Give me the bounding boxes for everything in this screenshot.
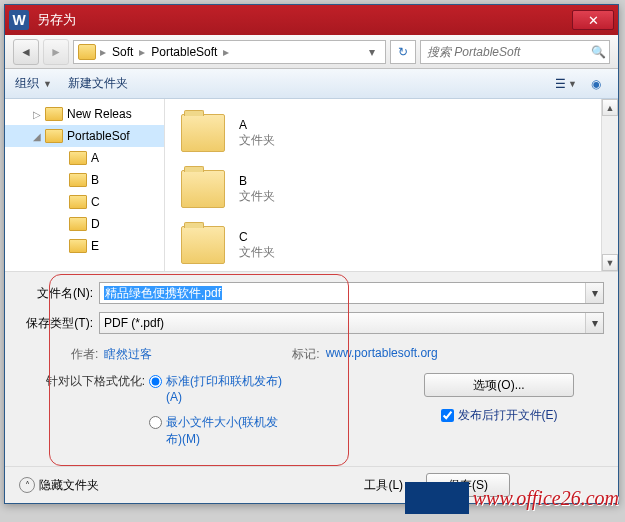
tree-label: D (91, 217, 100, 231)
open-after-checkbox[interactable]: 发布后打开文件(E) (441, 407, 558, 424)
radio-standard-label: 标准(打印和联机发布)(A) (166, 373, 289, 404)
radio-minimum[interactable]: 最小文件大小(联机发布)(M) (149, 414, 289, 448)
navigation-bar: ◄ ► ▸ Soft ▸ PortableSoft ▸ ▾ ↻ 🔍 (5, 35, 618, 69)
tree-label: PortableSof (67, 129, 130, 143)
folder-type: 文件夹 (239, 244, 275, 261)
chevron-right-icon[interactable]: ▸ (135, 45, 149, 59)
folder-icon (69, 151, 87, 165)
dialog-footer: ˄ 隐藏文件夹 工具(L) ▼ 保存(S) 取消 (5, 466, 618, 503)
radio-minimum-input[interactable] (149, 416, 162, 429)
tree-label: C (91, 195, 100, 209)
new-folder-button[interactable]: 新建文件夹 (68, 75, 128, 92)
tree-label: E (91, 239, 99, 253)
chevron-up-icon: ˄ (19, 477, 35, 493)
word-icon: W (9, 10, 29, 30)
tree-item[interactable]: A (5, 147, 164, 169)
folder-type: 文件夹 (239, 132, 275, 149)
address-bar[interactable]: ▸ Soft ▸ PortableSoft ▸ ▾ (73, 40, 386, 64)
form-panel: 文件名(N): 精品绿色便携软件.pdf ▾ 保存类型(T): PDF (*.p… (5, 271, 618, 466)
folder-icon (69, 217, 87, 231)
folder-contents: A文件夹B文件夹C文件夹 ▲ ▼ (165, 99, 618, 271)
scroll-down-button[interactable]: ▼ (602, 254, 618, 271)
forward-button[interactable]: ► (43, 39, 69, 65)
tag-label: 标记: (292, 346, 319, 363)
tree-label: B (91, 173, 99, 187)
tree-item[interactable]: B (5, 169, 164, 191)
tag-value[interactable]: www.portablesoft.org (326, 346, 438, 363)
file-browser: ▷New Releas◢PortableSofABCDE A文件夹B文件夹C文件… (5, 99, 618, 271)
optimize-label: 针对以下格式优化: (19, 373, 149, 458)
tree-item[interactable]: ◢PortableSof (5, 125, 164, 147)
folder-icon (45, 129, 63, 143)
folder-icon (69, 239, 87, 253)
titlebar: W 另存为 ✕ (5, 5, 618, 35)
save-as-dialog: W 另存为 ✕ ◄ ► ▸ Soft ▸ PortableSoft ▸ ▾ ↻ … (4, 4, 619, 504)
toolbar: 组织 ▼ 新建文件夹 ☰▼ ◉ (5, 69, 618, 99)
type-combo[interactable]: PDF (*.pdf) ▾ (99, 312, 604, 334)
folder-icon (69, 195, 87, 209)
vertical-scrollbar[interactable]: ▲ ▼ (601, 99, 618, 271)
hide-folders-toggle[interactable]: ˄ 隐藏文件夹 (19, 477, 99, 494)
chevron-right-icon[interactable]: ▸ (219, 45, 233, 59)
organize-label: 组织 (15, 75, 39, 92)
chevron-right-icon[interactable]: ▸ (96, 45, 110, 59)
folder-item[interactable]: A文件夹 (181, 107, 602, 159)
type-dropdown[interactable]: ▾ (585, 313, 603, 333)
chevron-down-icon: ▼ (407, 480, 416, 490)
tree-label: New Releas (67, 107, 132, 121)
save-button[interactable]: 保存(S) (426, 473, 510, 497)
open-after-label: 发布后打开文件(E) (458, 407, 558, 424)
folder-name: B (239, 174, 275, 188)
folder-name: A (239, 118, 275, 132)
folder-icon (181, 114, 225, 152)
search-icon[interactable]: 🔍 (587, 45, 609, 59)
author-label: 作者: (71, 346, 98, 363)
tree-item[interactable]: C (5, 191, 164, 213)
folder-type: 文件夹 (239, 188, 275, 205)
filename-input[interactable]: 精品绿色便携软件.pdf (100, 285, 585, 302)
tools-label: 工具(L) (364, 477, 403, 494)
type-value: PDF (*.pdf) (100, 316, 585, 330)
tree-label: A (91, 151, 99, 165)
folder-icon (69, 173, 87, 187)
radio-standard-input[interactable] (149, 375, 162, 388)
filename-dropdown[interactable]: ▾ (585, 283, 603, 303)
open-after-input[interactable] (441, 409, 454, 422)
folder-item[interactable]: C文件夹 (181, 219, 602, 271)
folder-icon (181, 170, 225, 208)
search-input[interactable] (421, 45, 587, 59)
refresh-button[interactable]: ↻ (390, 40, 416, 64)
folder-icon (45, 107, 63, 121)
back-button[interactable]: ◄ (13, 39, 39, 65)
folder-icon (78, 44, 96, 60)
help-button[interactable]: ◉ (584, 73, 608, 95)
breadcrumb-portablesoft[interactable]: PortableSoft (149, 45, 219, 59)
hide-folders-label: 隐藏文件夹 (39, 477, 99, 494)
tree-expander[interactable]: ▷ (33, 109, 45, 120)
type-label: 保存类型(T): (19, 315, 99, 332)
window-title: 另存为 (37, 11, 572, 29)
author-value[interactable]: 瞎然过客 (104, 346, 152, 363)
filename-combo: 精品绿色便携软件.pdf ▾ (99, 282, 604, 304)
tree-item[interactable]: ▷New Releas (5, 103, 164, 125)
options-button[interactable]: 选项(O)... (424, 373, 574, 397)
organize-menu[interactable]: 组织 ▼ (15, 75, 52, 92)
breadcrumb-soft[interactable]: Soft (110, 45, 135, 59)
radio-minimum-label: 最小文件大小(联机发布)(M) (166, 414, 289, 448)
scroll-up-button[interactable]: ▲ (602, 99, 618, 116)
folder-name: C (239, 230, 275, 244)
tree-expander[interactable]: ◢ (33, 131, 45, 142)
folder-icon (181, 226, 225, 264)
chevron-down-icon: ▼ (43, 79, 52, 89)
tree-item[interactable]: D (5, 213, 164, 235)
search-box: 🔍 (420, 40, 610, 64)
folder-tree: ▷New Releas◢PortableSofABCDE (5, 99, 165, 271)
address-dropdown[interactable]: ▾ (363, 45, 381, 59)
tree-item[interactable]: E (5, 235, 164, 257)
close-button[interactable]: ✕ (572, 10, 614, 30)
filename-label: 文件名(N): (19, 285, 99, 302)
radio-standard[interactable]: 标准(打印和联机发布)(A) (149, 373, 289, 404)
view-mode-button[interactable]: ☰▼ (554, 73, 578, 95)
folder-item[interactable]: B文件夹 (181, 163, 602, 215)
tools-menu[interactable]: 工具(L) ▼ (364, 477, 416, 494)
